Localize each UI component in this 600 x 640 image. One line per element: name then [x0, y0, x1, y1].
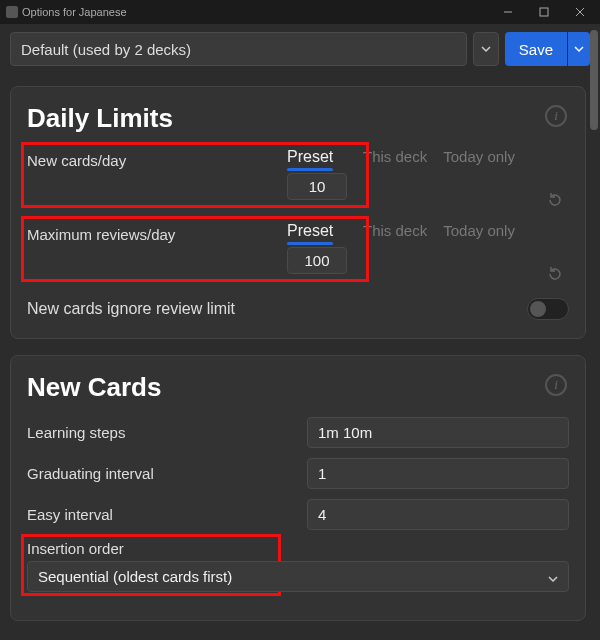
tab-preset[interactable]: Preset	[287, 148, 333, 173]
close-button[interactable]	[562, 0, 598, 24]
svg-rect-1	[540, 8, 548, 16]
tab-today-only[interactable]: Today only	[443, 148, 515, 167]
titlebar: Options for Japanese	[0, 0, 600, 24]
maximize-button[interactable]	[526, 0, 562, 24]
new-cards-label: New cards/day	[27, 148, 287, 169]
daily-limits-panel: i Daily Limits New cards/day Preset This…	[10, 86, 586, 339]
tab-preset[interactable]: Preset	[287, 222, 333, 247]
tab-today-only[interactable]: Today only	[443, 222, 515, 241]
save-dropdown-button[interactable]	[568, 32, 590, 66]
minimize-button[interactable]	[490, 0, 526, 24]
app-icon	[6, 6, 18, 18]
daily-limits-heading: Daily Limits	[27, 103, 569, 134]
graduating-interval-input[interactable]	[307, 458, 569, 489]
easy-interval-label: Easy interval	[27, 506, 307, 523]
ignore-review-limit-label: New cards ignore review limit	[27, 300, 235, 318]
graduating-interval-label: Graduating interval	[27, 465, 307, 482]
preset-dropdown-caret[interactable]	[473, 32, 499, 66]
preset-select[interactable]: Default (used by 2 decks)	[10, 32, 467, 66]
preset-select-label: Default (used by 2 decks)	[21, 41, 191, 58]
chevron-down-icon	[548, 574, 558, 584]
insertion-order-label: Insertion order	[27, 540, 569, 557]
insertion-order-select[interactable]: Sequential (oldest cards first)	[27, 561, 569, 592]
easy-interval-input[interactable]	[307, 499, 569, 530]
reset-icon[interactable]	[547, 192, 569, 208]
preset-row: Default (used by 2 decks) Save	[0, 24, 600, 74]
tab-this-deck[interactable]: This deck	[363, 148, 427, 167]
max-reviews-label: Maximum reviews/day	[27, 222, 287, 243]
learning-steps-input[interactable]	[307, 417, 569, 448]
new-cards-panel: i New Cards Learning steps Graduating in…	[10, 355, 586, 621]
learning-steps-label: Learning steps	[27, 424, 307, 441]
scroll-area: i Daily Limits New cards/day Preset This…	[0, 70, 600, 640]
info-icon[interactable]: i	[545, 105, 567, 127]
tab-this-deck[interactable]: This deck	[363, 222, 427, 241]
max-reviews-input[interactable]	[287, 247, 347, 274]
ignore-review-limit-toggle[interactable]	[527, 298, 569, 320]
save-button[interactable]: Save	[505, 32, 567, 66]
new-cards-heading: New Cards	[27, 372, 569, 403]
info-icon[interactable]: i	[545, 374, 567, 396]
reset-icon[interactable]	[547, 266, 569, 282]
new-cards-input[interactable]	[287, 173, 347, 200]
window-title: Options for Japanese	[22, 6, 127, 18]
